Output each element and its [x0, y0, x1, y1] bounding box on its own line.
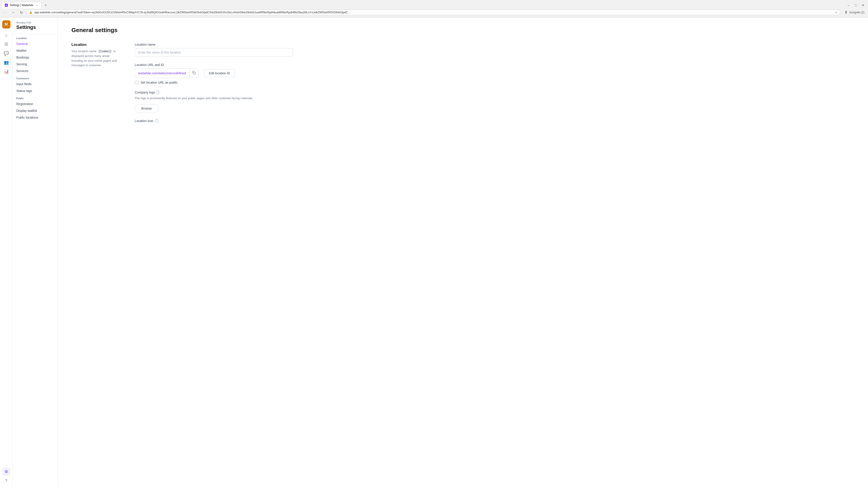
- tab-favicon: M: [5, 4, 8, 7]
- location-name-input[interactable]: [135, 48, 293, 57]
- sidebar-item-status-tags[interactable]: Status tags: [13, 88, 58, 94]
- sidebar-item-display-waitlist[interactable]: Display waitlist: [13, 107, 58, 114]
- public-url-checkbox[interactable]: [135, 80, 138, 84]
- minimize-button[interactable]: –: [845, 2, 852, 8]
- user-avatar[interactable]: M: [2, 20, 10, 29]
- browse-button[interactable]: Browse: [135, 104, 158, 113]
- page-title: General settings: [71, 27, 855, 34]
- company-logo-label: Company logo: [135, 91, 155, 94]
- location-icon-group: Location icon ?: [135, 119, 293, 123]
- sidebar-item-serving[interactable]: Serving: [13, 61, 58, 68]
- location-section-label: Location: [13, 34, 58, 40]
- location-icon-heading-row: Location icon ?: [135, 119, 293, 123]
- url-row: waitwhile.com/welcome/undefined Edit loc…: [135, 68, 293, 78]
- location-description: Location Your location name {{name}} is …: [71, 43, 121, 129]
- sidebar-item-general[interactable]: General: [13, 40, 58, 47]
- icon-rail: M ⌂ ☒ 💬 👥 📊 ⚙ ?: [0, 18, 13, 488]
- location-section-heading: Location: [71, 43, 121, 47]
- team-icon[interactable]: 👥: [2, 58, 10, 66]
- sidebar-title: Settings: [16, 24, 54, 30]
- close-window-button[interactable]: ✕: [860, 2, 866, 8]
- help-icon[interactable]: ?: [2, 477, 10, 485]
- location-section: Location Your location name {{name}} is …: [71, 43, 855, 129]
- address-bar[interactable]: 🔒 app.waitwhile.com/settings/general?aut…: [26, 10, 840, 15]
- sidebar-item-public-locations[interactable]: Public locations: [13, 114, 58, 121]
- browser-chrome: M Settings | Waitwhile × + – □ ✕ ← → ↻ 🔒…: [0, 0, 868, 18]
- tab-title: Settings | Waitwhile: [10, 4, 33, 7]
- url-text: app.waitwhile.com/settings/general?authT…: [34, 11, 833, 14]
- incognito-indicator: 🕴 Incognito (2): [842, 10, 866, 15]
- reload-button[interactable]: ↻: [18, 9, 24, 15]
- copy-url-button[interactable]: [189, 69, 198, 78]
- sidebar-username: Moodjoy7434: [16, 21, 54, 24]
- company-logo-help-icon[interactable]: ?: [156, 91, 160, 94]
- public-section-label: Public: [13, 94, 58, 101]
- url-id-container: waitwhile.com/welcome/undefined: [135, 68, 199, 78]
- sidebar-header: Moodjoy7434 Settings: [13, 21, 58, 34]
- sidebar-item-bookings[interactable]: Bookings: [13, 54, 58, 61]
- location-name-label: Location name: [135, 43, 293, 46]
- sidebar-item-input-fields[interactable]: Input fields: [13, 80, 58, 88]
- chat-icon[interactable]: 💬: [2, 49, 10, 57]
- main-content: General settings Location Your location …: [58, 18, 868, 488]
- edit-location-id-button[interactable]: Edit location ID: [204, 69, 235, 77]
- svg-rect-0: [193, 72, 195, 74]
- location-url-label: Location URL and ID: [135, 63, 293, 67]
- tab-bar: M Settings | Waitwhile × + – □ ✕: [0, 0, 868, 8]
- sidebar-item-services[interactable]: Services: [13, 68, 58, 74]
- public-url-label: Set location URL as public: [141, 80, 178, 84]
- company-logo-description: The logo is prominently featured on your…: [135, 96, 293, 101]
- maximize-button[interactable]: □: [852, 2, 859, 8]
- location-url-group: Location URL and ID waitwhile.com/welcom…: [135, 63, 293, 84]
- public-url-checkbox-row: Set location URL as public: [135, 80, 293, 84]
- back-button[interactable]: ←: [2, 9, 8, 15]
- window-controls: – □ ✕: [845, 2, 866, 8]
- customers-section-label: Customers: [13, 74, 58, 80]
- home-icon[interactable]: ⌂: [2, 31, 10, 39]
- location-icon-label: Location icon: [135, 119, 153, 123]
- forward-button[interactable]: →: [10, 9, 16, 15]
- company-logo-group: Company logo ? The logo is prominently f…: [135, 91, 293, 113]
- tab-close-button[interactable]: ×: [35, 3, 39, 7]
- sidebar-item-registration[interactable]: Registration: [13, 101, 58, 107]
- settings-icon[interactable]: ⚙: [2, 468, 10, 476]
- sidebar-item-waitlist[interactable]: Waitlist: [13, 47, 58, 54]
- sidebar: Moodjoy7434 Settings Location General Wa…: [13, 18, 58, 488]
- location-name-group: Location name: [135, 43, 293, 57]
- location-form-content: Location name Location URL and ID waitwh…: [135, 43, 293, 129]
- company-logo-heading-row: Company logo ?: [135, 91, 293, 94]
- new-tab-button[interactable]: +: [42, 2, 49, 8]
- app-layout: M ⌂ ☒ 💬 👥 📊 ⚙ ? Moodjoy7434 Settings Loc…: [0, 18, 868, 488]
- address-bar-row: ← → ↻ 🔒 app.waitwhile.com/settings/gener…: [0, 8, 868, 18]
- location-icon-help-icon[interactable]: ?: [155, 119, 158, 123]
- location-description-text: Your location name {{name}} is displayed…: [71, 49, 121, 68]
- location-url-link[interactable]: waitwhile.com/welcome/undefined: [135, 69, 189, 77]
- active-tab[interactable]: M Settings | Waitwhile ×: [2, 2, 41, 8]
- calendar-icon[interactable]: ☒: [2, 40, 10, 48]
- analytics-icon[interactable]: 📊: [2, 67, 10, 75]
